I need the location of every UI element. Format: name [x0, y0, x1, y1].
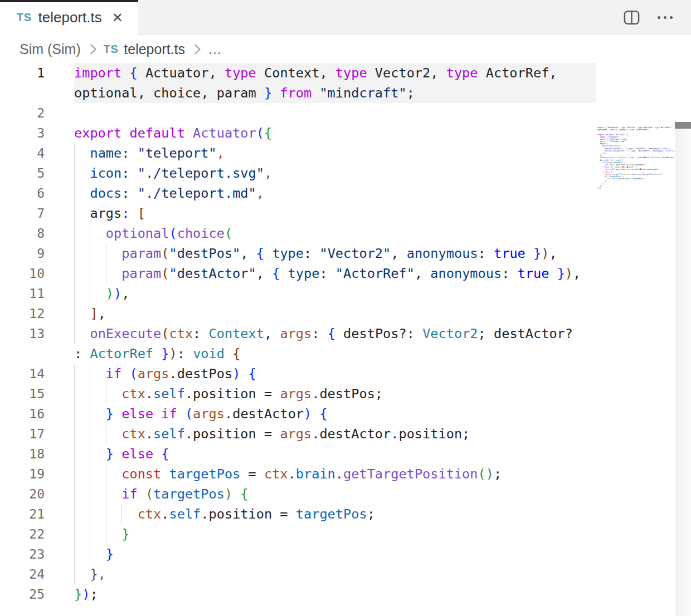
- code-text: ],: [74, 304, 106, 324]
- code-text: )),: [74, 283, 129, 304]
- code-line[interactable]: 7 args: [: [0, 203, 691, 223]
- code-editor[interactable]: 1import { Actuator, type Context, type V…: [0, 63, 691, 616]
- line-number: 4: [0, 143, 45, 163]
- line-number: 3: [0, 123, 45, 143]
- close-tab-icon[interactable]: ✕: [112, 11, 123, 25]
- more-actions-icon[interactable]: [656, 16, 674, 19]
- line-number: 18: [0, 444, 45, 464]
- line-number: 19: [0, 464, 45, 484]
- tab-teleport[interactable]: TS teleport.ts ✕: [0, 0, 138, 35]
- code-line[interactable]: 8 optional(choice(: [0, 223, 691, 243]
- code-line[interactable]: 17 ctx.self.position = args.destActor.po…: [0, 424, 691, 444]
- line-number: 22: [0, 524, 45, 544]
- line-number: 13: [0, 324, 45, 344]
- code-text: args: [: [74, 203, 145, 223]
- tab-title: teleport.ts: [38, 9, 102, 26]
- code-text: if (args.destPos) {: [74, 364, 256, 384]
- line-number: 2: [0, 103, 45, 123]
- line-number: 7: [0, 203, 45, 223]
- editor-actions: [623, 0, 691, 35]
- code-text: param("destActor", { type: "ActorRef", a…: [74, 263, 581, 283]
- line-number: 5: [0, 163, 45, 183]
- line-number: 20: [0, 484, 45, 504]
- code-text: ctx.self.position = targetPos;: [74, 504, 375, 524]
- code-line[interactable]: 4 name: "teleport",: [0, 143, 691, 163]
- line-number: 16: [0, 404, 45, 424]
- code-line[interactable]: 15 ctx.self.position = args.destPos;: [0, 384, 691, 404]
- breadcrumb: Sim (Sim) TS teleport.ts …: [0, 35, 691, 63]
- line-number: 14: [0, 364, 45, 384]
- ts-file-icon: TS: [104, 43, 119, 56]
- code-line[interactable]: 23 }: [0, 544, 691, 564]
- code-line[interactable]: 12 ],: [0, 304, 691, 324]
- code-text: optional(choice(: [74, 223, 232, 243]
- code-line[interactable]: 11 )),: [0, 283, 691, 304]
- code-text: const targetPos = ctx.brain.getTargetPos…: [74, 464, 502, 484]
- code-text: }: [74, 544, 114, 564]
- code-line[interactable]: 10 param("destActor", { type: "ActorRef"…: [0, 263, 691, 283]
- line-number: 12: [0, 304, 45, 324]
- scrollbar-track[interactable]: [675, 122, 691, 616]
- active-tab-top-border: [0, 0, 138, 2]
- code-text: import { Actuator, type Context, type Ve…: [74, 63, 557, 83]
- code-text: }: [74, 524, 129, 544]
- chevron-right-icon: [86, 44, 96, 54]
- code-line[interactable]: 1import { Actuator, type Context, type V…: [0, 63, 691, 83]
- code-text: name: "teleport",: [74, 143, 225, 163]
- chevron-right-icon: [190, 44, 200, 54]
- minimap-content: import { Actuator, type Context, type Ve…: [597, 126, 691, 189]
- minimap[interactable]: import { Actuator, type Context, type Ve…: [597, 126, 681, 193]
- line-number: 24: [0, 564, 45, 584]
- code-text: param("destPos", { type: "Vector2", anon…: [74, 243, 557, 263]
- code-line[interactable]: 19 const targetPos = ctx.brain.getTarget…: [0, 464, 691, 484]
- code-text: icon: "./teleport.svg",: [74, 163, 272, 183]
- code-text: } else {: [74, 444, 169, 464]
- breadcrumb-item-folder[interactable]: Sim (Sim): [20, 41, 81, 57]
- code-line[interactable]: : ActorRef }): void {: [0, 344, 691, 364]
- code-text: ctx.self.position = args.destPos;: [74, 384, 383, 404]
- code-line[interactable]: 25});: [0, 584, 691, 604]
- code-text: export default Actuator({: [74, 123, 272, 143]
- code-text: docs: "./teleport.md",: [74, 183, 264, 203]
- code-line[interactable]: 21 ctx.self.position = targetPos;: [0, 504, 691, 524]
- code-lines: 1import { Actuator, type Context, type V…: [0, 63, 691, 604]
- code-line[interactable]: 2: [0, 103, 691, 123]
- tab-bar: TS teleport.ts ✕: [0, 0, 691, 35]
- code-line[interactable]: 16 } else if (args.destActor) {: [0, 404, 691, 424]
- code-line[interactable]: 9 param("destPos", { type: "Vector2", an…: [0, 243, 691, 263]
- line-number: 8: [0, 223, 45, 243]
- breadcrumb-item-symbol[interactable]: …: [208, 41, 222, 57]
- code-line[interactable]: 18 } else {: [0, 444, 691, 464]
- line-number: 10: [0, 263, 45, 283]
- code-line[interactable]: 13 onExecute(ctx: Context, args: { destP…: [0, 324, 691, 344]
- code-line[interactable]: optional, choice, param } from "mindcraf…: [0, 83, 691, 103]
- code-line[interactable]: 20 if (targetPos) {: [0, 484, 691, 504]
- line-number: 11: [0, 283, 45, 304]
- code-line[interactable]: 3export default Actuator({: [0, 123, 691, 143]
- code-line[interactable]: 5 icon: "./teleport.svg",: [0, 163, 691, 183]
- line-number: 23: [0, 544, 45, 564]
- split-editor-icon[interactable]: [623, 9, 640, 26]
- code-text: } else if (args.destActor) {: [74, 404, 328, 424]
- code-line[interactable]: 14 if (args.destPos) {: [0, 364, 691, 384]
- code-text: ctx.self.position = args.destActor.posit…: [74, 424, 470, 444]
- code-text: : ActorRef }): void {: [74, 344, 240, 364]
- code-text: onExecute(ctx: Context, args: { destPos?…: [74, 324, 573, 344]
- minimap-slider[interactable]: [675, 122, 691, 129]
- code-line[interactable]: 22 }: [0, 524, 691, 544]
- line-number: 1: [0, 63, 45, 83]
- line-number: 21: [0, 504, 45, 524]
- code-line[interactable]: 24 },: [0, 564, 691, 584]
- code-text: optional, choice, param } from "mindcraf…: [74, 83, 415, 103]
- code-line[interactable]: 6 docs: "./teleport.md",: [0, 183, 691, 203]
- code-text: if (targetPos) {: [74, 484, 249, 504]
- line-number: 6: [0, 183, 45, 203]
- code-text: });: [74, 584, 98, 604]
- ts-file-icon: TS: [17, 11, 32, 24]
- line-number: 15: [0, 384, 45, 404]
- line-number: 9: [0, 243, 45, 263]
- line-number: 25: [0, 584, 45, 604]
- code-text: },: [74, 564, 106, 584]
- breadcrumb-item-file[interactable]: teleport.ts: [124, 41, 185, 57]
- line-number: 17: [0, 424, 45, 444]
